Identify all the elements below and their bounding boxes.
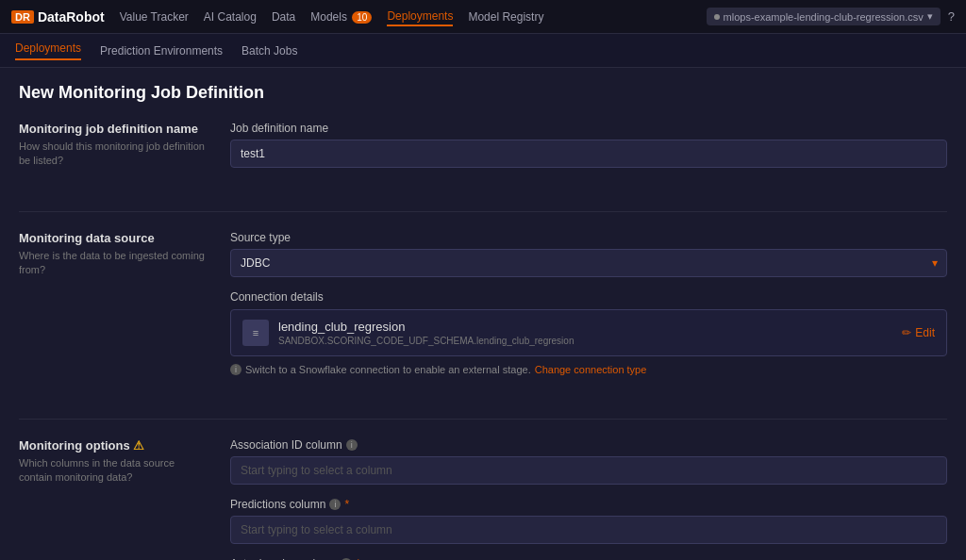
sub-navigation: Deployments Prediction Environments Batc…: [0, 34, 966, 68]
top-navigation: DR DataRobot Value Tracker AI Catalog Da…: [0, 0, 966, 34]
predictions-input[interactable]: [230, 516, 947, 544]
subnav-prediction-environments[interactable]: Prediction Environments: [100, 44, 223, 58]
nav-models[interactable]: Models 10: [310, 8, 372, 25]
subnav-batch-jobs[interactable]: Batch Jobs: [242, 44, 297, 58]
connection-details-label: Connection details: [230, 290, 947, 304]
monitoring-options-heading: Monitoring options ⚠: [19, 438, 208, 453]
association-id-label: Association ID column i: [230, 438, 947, 452]
file-dot-icon: [714, 14, 720, 20]
help-icon[interactable]: ?: [948, 9, 955, 24]
connection-icon: ≡: [242, 320, 269, 346]
source-type-label: Source type: [230, 231, 947, 244]
connection-info: ≡ lending_club_regresion SANDBOX.SCORING…: [242, 320, 574, 346]
connection-details-group: Connection details ≡ lending_club_regres…: [230, 290, 947, 375]
association-id-input[interactable]: [230, 456, 947, 485]
monitoring-options-description: Which columns in the data source contain…: [19, 456, 208, 486]
predictions-label: Predictions column i *: [230, 498, 947, 511]
file-indicator[interactable]: mlops-example-lending-club-regression.cs…: [707, 8, 941, 25]
nav-model-registry[interactable]: Model Registry: [468, 8, 543, 25]
data-source-section: Monitoring data source Where is the data…: [19, 231, 947, 388]
job-definition-name-group: Job definition name: [230, 122, 947, 168]
file-name: mlops-example-lending-club-regression.cs…: [724, 11, 924, 23]
data-source-fields: Source type JDBC ▾ Connection details ≡: [230, 231, 947, 388]
logo-text: DataRobot: [38, 9, 105, 25]
job-name-label-block: Monitoring job definition name How shoul…: [19, 122, 208, 181]
section-divider-2: [19, 419, 947, 420]
job-name-fields: Job definition name: [230, 122, 947, 181]
source-type-select-wrapper: JDBC ▾: [230, 249, 947, 277]
edit-connection-button[interactable]: ✏ Edit: [902, 326, 935, 339]
job-name-heading: Monitoring job definition name: [19, 122, 208, 136]
connection-text: lending_club_regresion SANDBOX.SCORING_C…: [278, 320, 574, 346]
models-badge: 10: [352, 11, 372, 24]
main-content: New Monitoring Job Definition Monitoring…: [0, 68, 966, 560]
edit-icon: ✏: [902, 326, 911, 339]
job-definition-name-label: Job definition name: [230, 122, 947, 135]
logo[interactable]: DR DataRobot: [11, 9, 105, 25]
monitoring-options-label-block: Monitoring options ⚠ Which columns in th…: [19, 438, 208, 560]
connection-sub: SANDBOX.SCORING_CODE_UDF_SCHEMA.lending_…: [278, 336, 574, 346]
page-title: New Monitoring Job Definition: [19, 83, 947, 103]
data-source-label-block: Monitoring data source Where is the data…: [19, 231, 208, 388]
nav-deployments[interactable]: Deployments: [387, 8, 453, 26]
job-definition-name-input[interactable]: [230, 140, 947, 168]
logo-dr: DR: [11, 10, 34, 24]
change-connection-link[interactable]: Change connection type: [535, 364, 647, 375]
info-icon[interactable]: i: [329, 499, 341, 510]
connection-box: ≡ lending_club_regresion SANDBOX.SCORING…: [230, 309, 947, 356]
job-name-section: Monitoring job definition name How shoul…: [19, 122, 947, 181]
connection-name: lending_club_regresion: [278, 320, 574, 334]
topnav-links: Value Tracker AI Catalog Data Models 10 …: [120, 8, 707, 26]
warning-icon: ⚠: [133, 438, 144, 453]
nav-ai-catalog[interactable]: AI Catalog: [204, 8, 257, 25]
subnav-deployments[interactable]: Deployments: [15, 41, 81, 60]
info-icon[interactable]: i: [346, 439, 358, 451]
required-marker: *: [344, 498, 349, 511]
monitoring-options-section: Monitoring options ⚠ Which columns in th…: [19, 438, 947, 560]
predictions-group: Predictions column i *: [230, 498, 947, 544]
job-name-description: How should this monitoring job definitio…: [19, 140, 208, 169]
nav-data[interactable]: Data: [272, 8, 295, 25]
nav-value-tracker[interactable]: Value Tracker: [120, 8, 189, 25]
data-source-description: Where is the data to be ingested coming …: [19, 249, 208, 278]
monitoring-options-fields: Association ID column i Predictions colu…: [230, 438, 947, 560]
source-type-group: Source type JDBC ▾: [230, 231, 947, 277]
topnav-right: mlops-example-lending-club-regression.cs…: [707, 8, 955, 25]
info-icon: i: [230, 364, 242, 375]
source-type-select[interactable]: JDBC: [230, 249, 947, 277]
association-id-group: Association ID column i: [230, 438, 947, 485]
chevron-down-icon: ▾: [927, 10, 933, 23]
section-divider-1: [19, 211, 947, 212]
switch-note: i Switch to a Snowflake connection to en…: [230, 364, 947, 375]
data-source-heading: Monitoring data source: [19, 231, 208, 245]
